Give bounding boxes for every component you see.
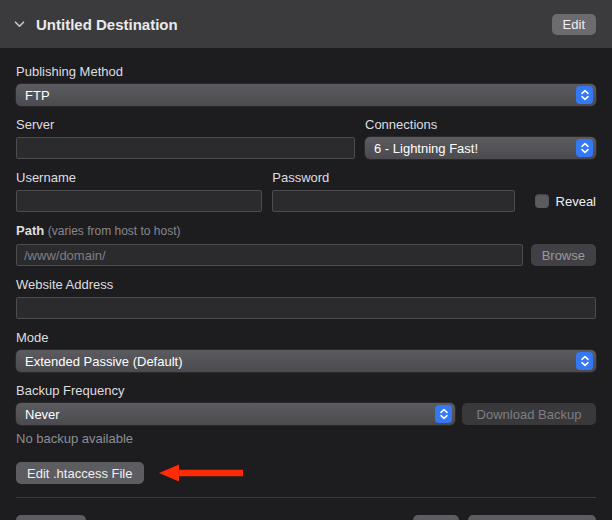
- website-address-input[interactable]: [16, 297, 596, 319]
- server-group: Server: [16, 117, 355, 159]
- website-address-group: Website Address: [16, 277, 596, 319]
- connections-value: 6 - Lightning Fast!: [374, 141, 478, 156]
- mode-select[interactable]: Extended Passive (Default): [16, 350, 596, 372]
- up-down-chevrons-icon: [576, 139, 593, 157]
- path-input[interactable]: [16, 244, 523, 266]
- download-backup-button[interactable]: Download Backup: [462, 403, 596, 425]
- test-button[interactable]: Test: [413, 515, 459, 520]
- reveal-checkbox-group[interactable]: Reveal: [535, 190, 596, 212]
- credentials-row: Username Password Reveal: [16, 170, 596, 212]
- red-arrow-icon: [158, 463, 244, 483]
- edit-htaccess-button[interactable]: Edit .htaccess File: [16, 462, 144, 484]
- form-area: Publishing Method FTP Server Connections…: [0, 48, 612, 498]
- backup-frequency-select[interactable]: Never: [16, 403, 455, 425]
- password-group: Password: [272, 170, 514, 212]
- path-label: Path (varies from host to host): [16, 223, 596, 239]
- username-group: Username: [16, 170, 262, 212]
- username-label: Username: [16, 170, 262, 185]
- remove-button[interactable]: Remove: [16, 515, 86, 520]
- path-label-text: Path: [16, 223, 44, 238]
- path-group: Path (varies from host to host) Browse: [16, 223, 596, 266]
- server-input[interactable]: [16, 137, 355, 159]
- reveal-checkbox[interactable]: [535, 194, 549, 208]
- up-down-chevrons-icon: [576, 352, 593, 370]
- edit-button[interactable]: Edit: [552, 14, 596, 35]
- backup-frequency-group: Backup Frequency Never Download Backup N…: [16, 383, 596, 446]
- page-title: Untitled Destination: [36, 16, 552, 33]
- mode-value: Extended Passive (Default): [25, 354, 183, 369]
- password-input[interactable]: [272, 190, 514, 212]
- mode-label: Mode: [16, 330, 596, 345]
- connections-select[interactable]: 6 - Lightning Fast!: [365, 137, 596, 159]
- chevron-down-icon[interactable]: [14, 21, 34, 28]
- destination-settings-panel: Untitled Destination Edit Publishing Met…: [0, 0, 612, 520]
- server-connections-row: Server Connections 6 - Lightning Fast!: [16, 117, 596, 159]
- footer-bar: Remove Test Add to Bookmarks: [0, 498, 612, 520]
- htaccess-row: Edit .htaccess File: [16, 462, 596, 484]
- header-bar: Untitled Destination Edit: [0, 0, 612, 48]
- mode-group: Mode Extended Passive (Default): [16, 330, 596, 372]
- publishing-method-label: Publishing Method: [16, 64, 596, 79]
- backup-frequency-label: Backup Frequency: [16, 383, 596, 398]
- browse-button[interactable]: Browse: [531, 244, 596, 266]
- publishing-method-select[interactable]: FTP: [16, 84, 596, 106]
- website-address-label: Website Address: [16, 277, 596, 292]
- backup-status-text: No backup available: [16, 431, 596, 446]
- add-to-bookmarks-button[interactable]: Add to Bookmarks: [468, 515, 596, 520]
- up-down-chevrons-icon: [576, 86, 593, 104]
- password-label: Password: [272, 170, 514, 185]
- connections-group: Connections 6 - Lightning Fast!: [365, 117, 596, 159]
- backup-frequency-value: Never: [25, 407, 60, 422]
- server-label: Server: [16, 117, 355, 132]
- username-input[interactable]: [16, 190, 262, 212]
- publishing-method-value: FTP: [25, 88, 50, 103]
- up-down-chevrons-icon: [435, 405, 452, 423]
- connections-label: Connections: [365, 117, 596, 132]
- reveal-label: Reveal: [556, 194, 596, 209]
- publishing-method-group: Publishing Method FTP: [16, 64, 596, 106]
- path-hint: (varies from host to host): [48, 224, 181, 238]
